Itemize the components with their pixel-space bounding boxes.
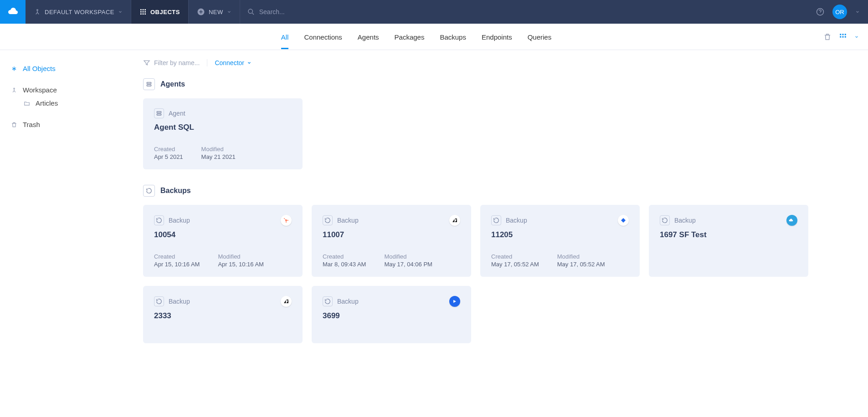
svg-point-25 [284,218,285,219]
meta-modified-label: Modified [218,253,263,260]
meta-created-label: Created [154,146,183,153]
sidebar-workspace[interactable]: Workspace [10,83,128,97]
card-title: 3699 [323,311,460,320]
help-icon[interactable] [816,8,824,16]
card-type-label: Backup [506,217,527,224]
connector-filter[interactable]: Connector [215,59,252,66]
asterisk-icon [10,66,18,72]
grid-view-icon[interactable] [839,33,847,41]
sidebar-item-label: Articles [36,99,58,107]
card-type: Backup [491,215,527,225]
svg-rect-5 [143,11,144,13]
meta-created-value: May 17, 05:52 AM [491,261,539,268]
svg-rect-1 [140,9,142,10]
object-card[interactable]: Backup11205CreatedMay 17, 05:52 AMModifi… [480,205,640,277]
object-card[interactable]: Backup11007CreatedMar 8, 09:43 AMModifie… [312,205,471,277]
global-search[interactable] [240,0,808,24]
tab-queries[interactable]: Queries [528,25,552,49]
object-card[interactable]: Backup3699 [312,286,471,343]
card-type-label: Backup [169,298,190,305]
tab-all[interactable]: All [281,25,289,49]
svg-rect-14 [842,34,844,35]
card-grid-agents: AgentAgent SQLCreatedApr 5 2021ModifiedM… [143,98,850,169]
meta-created-label: Created [323,253,366,260]
svg-point-11 [248,9,252,13]
search-input[interactable] [259,8,801,15]
object-card[interactable]: Backup10054CreatedApr 15, 10:16 AMModifi… [143,205,303,277]
grid-icon [139,8,147,15]
chevron-down-icon [118,10,123,14]
sidebar: All Objects Workspace Articles Trash [0,50,137,386]
svg-rect-17 [842,36,844,37]
svg-rect-7 [140,13,142,15]
tab-agents[interactable]: Agents [358,25,379,49]
card-type: Backup [154,296,190,306]
card-meta: CreatedMay 17, 05:52 AMModifiedMay 17, 0… [491,253,629,268]
backup-icon [323,296,333,306]
tab-endpoints[interactable]: Endpoints [482,25,512,49]
meta-modified-label: Modified [557,253,605,260]
svg-rect-23 [157,114,161,115]
card-type: Backup [323,296,359,306]
backup-icon [660,215,670,225]
sidebar-all-objects[interactable]: All Objects [10,62,128,75]
card-grid-backups: Backup10054CreatedApr 15, 10:16 AMModifi… [143,205,850,343]
agent-icon [143,78,155,90]
card-type-label: Backup [337,217,359,224]
connector-badge-zendesk [449,215,460,226]
user-avatar[interactable]: OR [832,5,847,19]
card-type: Backup [660,215,696,225]
card-title: 11007 [323,230,460,239]
content-area: Filter by name... Connector AgentsAgentA… [137,50,868,386]
svg-rect-13 [840,34,841,35]
card-type-label: Backup [169,217,190,224]
filter-by-name[interactable]: Filter by name... [143,59,207,66]
nav-objects[interactable]: OBJECTS [131,0,189,24]
sidebar-articles[interactable]: Articles [10,97,128,110]
meta-modified-value: May 17, 04:06 PM [384,261,432,268]
filter-row: Filter by name... Connector [143,59,850,66]
card-meta: CreatedApr 5 2021ModifiedMay 21 2021 [154,146,292,160]
connector-badge-jira [618,215,629,226]
app-logo[interactable] [0,0,26,24]
object-card[interactable]: AgentAgent SQLCreatedApr 5 2021ModifiedM… [143,98,303,169]
svg-point-19 [14,88,15,89]
filter-placeholder: Filter by name... [154,59,200,66]
tab-connections[interactable]: Connections [304,25,342,49]
sidebar-item-label: Workspace [23,86,57,94]
svg-point-26 [288,220,288,221]
section-header-agents: Agents [143,78,850,90]
search-icon [247,8,255,15]
tab-backups[interactable]: Backups [440,25,466,49]
backup-icon [491,215,501,225]
nav-new[interactable]: NEW [189,0,240,24]
connector-badge-zendesk [281,296,292,307]
card-title: 2333 [154,311,292,320]
card-type: Agent [154,108,185,118]
card-title: 11205 [491,230,629,239]
workspace-icon [10,87,18,93]
chevron-down-icon[interactable] [854,35,859,39]
topnav-right: OR [808,0,868,24]
avatar-initials: OR [835,9,844,15]
svg-rect-8 [143,13,144,15]
trash-icon [10,122,18,128]
card-type-label: Backup [674,217,696,224]
card-title: Agent SQL [154,123,292,132]
folder-icon [23,100,31,107]
chevron-down-icon[interactable] [855,10,860,14]
workspace-switcher[interactable]: DEFAULT WORKSPACE [26,0,131,24]
object-card[interactable]: Backup1697 SF Test [649,205,808,277]
card-type-label: Agent [169,110,185,117]
top-navbar: DEFAULT WORKSPACE OBJECTS NEW OR [0,0,868,24]
backup-icon [154,215,164,225]
card-title: 1697 SF Test [660,230,797,239]
object-card[interactable]: Backup2333 [143,286,303,343]
connector-label: Connector [215,59,244,66]
tab-packages[interactable]: Packages [395,25,425,49]
workspace-label: DEFAULT WORKSPACE [45,9,114,15]
svg-rect-18 [845,36,846,37]
sidebar-trash[interactable]: Trash [10,118,128,131]
connector-badge-salesforce [786,215,797,226]
trash-icon[interactable] [823,33,832,41]
